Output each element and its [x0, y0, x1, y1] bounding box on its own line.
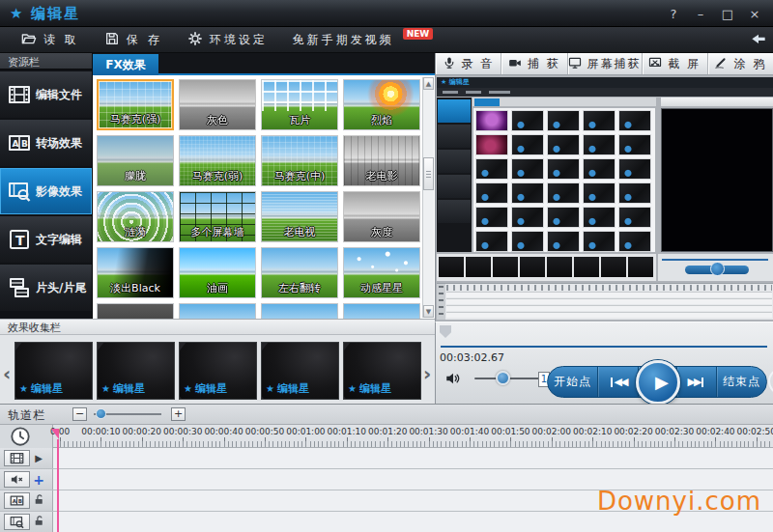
mini-thumb [583, 207, 616, 228]
sidebar-item-intro-outro[interactable]: 片头/片尾 [0, 265, 92, 311]
seek-progress-line[interactable] [441, 346, 767, 348]
mini-thumb [618, 207, 651, 228]
toolbar-item-settings[interactable]: 环境设定 [187, 31, 268, 49]
toolbar-item-save[interactable]: 保 存 [104, 31, 162, 49]
effect-thumb[interactable]: 多个屏幕墙 [179, 191, 256, 242]
collection-scroll-left-icon[interactable]: ‹ [1, 359, 13, 388]
collection-brand-label: ★编辑星 [348, 381, 391, 396]
snip-icon [648, 56, 662, 72]
track-play-icon[interactable]: ▶ [30, 453, 47, 463]
play-button[interactable]: ▶ [636, 360, 680, 405]
zoom-out-button[interactable]: − [72, 407, 87, 421]
end-point-button[interactable]: 结束点 [717, 367, 766, 397]
effect-thumb[interactable]: 左右翻转 [261, 247, 338, 298]
track-unlock-icon[interactable] [30, 493, 47, 509]
minimize-button[interactable]: – [694, 8, 707, 20]
volume-knob[interactable] [496, 371, 510, 385]
toolbar-item-open[interactable]: 读 取 [21, 31, 79, 49]
sidebar-item-text-edit[interactable]: T文字编辑 [0, 216, 92, 263]
preview-mini-grid [473, 108, 655, 252]
sidebar-item-film[interactable]: 编辑文件 [0, 71, 92, 118]
effect-thumb[interactable]: 动感星星 [343, 247, 420, 298]
playhead[interactable] [57, 439, 59, 532]
effect-thumb[interactable]: 马赛克(中) [261, 135, 338, 186]
effect-label: 老电视 [262, 225, 337, 239]
seek-marker[interactable] [440, 325, 451, 338]
collection-brand-label: ★编辑星 [101, 381, 145, 396]
effect-thumb[interactable]: 瓦片 [261, 79, 338, 130]
zoom-in-button[interactable]: + [171, 407, 186, 421]
collection-thumb[interactable]: ★编辑星 [97, 342, 175, 400]
collection-thumb[interactable]: ★编辑星 [261, 342, 339, 400]
sidebar-item-transition-ab[interactable]: AB转场效果 [0, 120, 92, 166]
help-button[interactable]: ? [667, 8, 680, 20]
next-frame-button[interactable]: ▶▶ [676, 367, 716, 397]
transition-ab-icon: AB [4, 492, 30, 509]
tab-fx-effects[interactable]: FX效果 [93, 54, 158, 75]
snip-button[interactable]: 截 屏 [643, 53, 708, 74]
speaker-icon[interactable] [444, 370, 463, 387]
folder-open-icon [21, 31, 37, 49]
effect-thumb[interactable]: 淡出Black [97, 247, 174, 298]
effect-label: 动感星星 [344, 281, 419, 295]
effect-thumb[interactable]: 老电影 [343, 135, 420, 186]
mini-thumb [547, 231, 580, 252]
effect-thumb[interactable]: 灰度 [343, 191, 420, 242]
scroll-up-icon[interactable]: ▲ [423, 77, 434, 90]
effect-thumb[interactable]: 灰色 [179, 79, 256, 130]
effects-grid: 马赛克(强)灰色瓦片烈焰朦胧马赛克(弱)马赛克(中)老电影涟漪多个屏幕墙老电视灰… [97, 79, 423, 319]
collection-brand-label: ★编辑星 [19, 381, 63, 396]
mini-thumb [511, 231, 544, 252]
preview-mini-buttonbar [661, 98, 773, 106]
video-track[interactable]: ▶ [0, 448, 773, 469]
scrollbar-thumb[interactable] [423, 157, 434, 190]
camera-button[interactable]: 捕 获 [501, 53, 567, 74]
svg-text:B: B [21, 139, 28, 149]
timeline-zoom-knob[interactable] [96, 408, 106, 419]
effect-thumb-partial[interactable] [97, 303, 174, 319]
scroll-down-icon[interactable]: ▼ [423, 305, 434, 318]
effect-thumb-partial[interactable] [343, 303, 420, 319]
close-button[interactable]: × [748, 8, 761, 20]
extra-round-button[interactable] [768, 368, 773, 395]
mini-thumb [511, 182, 544, 204]
timeline-ruler[interactable]: 0:0000:00:1000:00:2000:00:3000:00:4000:0… [53, 425, 773, 448]
collection-thumb[interactable]: ★编辑星 [343, 342, 421, 400]
doodle-pen-button[interactable]: 涂 鸦 [708, 53, 773, 74]
prev-frame-button[interactable]: ◀◀ [598, 367, 638, 397]
monitor-icon [568, 56, 582, 72]
effect-thumb[interactable]: 马赛克(强) [97, 79, 174, 130]
toolbar-item-promo[interactable]: 免新手期发视频NEW [293, 32, 434, 48]
microphone-button[interactable]: 录 音 [436, 53, 501, 74]
preview-video-frame: ★ 编辑星 [435, 75, 773, 322]
monitor-button[interactable]: 屏幕捕获 [568, 53, 643, 74]
collection-scroll-right-icon[interactable]: › [421, 359, 433, 388]
effect-thumb-partial[interactable] [179, 303, 256, 319]
collection-thumb[interactable]: ★编辑星 [179, 342, 257, 400]
effect-thumb[interactable]: 涟漪 [97, 191, 174, 242]
start-point-button[interactable]: 开始点 [548, 367, 597, 397]
maximize-button[interactable]: □ [721, 8, 734, 20]
effects-scrollbar[interactable]: ▲ ▼ [422, 77, 434, 318]
effect-thumb[interactable]: 老电视 [261, 191, 338, 242]
effect-thumb[interactable]: 烈焰 [343, 79, 420, 130]
sidebar-item-video-effect[interactable]: 影像效果 [0, 168, 92, 214]
transport-bar: 开始点 ◀◀ ▶▶ 结束点 ▶ [547, 366, 767, 398]
transition-ab-icon: AB [7, 131, 32, 154]
sidebar-item-label: 转场效果 [36, 135, 82, 152]
effect-thumb[interactable]: 朦胧 [97, 135, 174, 186]
effect-thumb-partial[interactable] [261, 303, 338, 319]
collection-thumb[interactable]: ★编辑星 [14, 342, 93, 400]
effect-label: 涟漪 [98, 225, 173, 239]
mini-thumb [583, 182, 616, 204]
track-unlock-icon[interactable] [30, 515, 47, 530]
effect-thumb[interactable]: 马赛克(弱) [179, 135, 256, 186]
ruler-time-label: 00:01:50 [491, 427, 530, 436]
new-badge: NEW [403, 28, 434, 40]
track-add-icon[interactable]: + [30, 472, 47, 488]
effect-thumb[interactable]: 油画 [179, 247, 256, 298]
back-arrow-icon[interactable] [750, 32, 767, 47]
toolbar-item-label: 读 取 [43, 32, 79, 48]
ruler-time-label: 00:02:00 [532, 427, 571, 436]
track-header: AB [0, 490, 53, 511]
